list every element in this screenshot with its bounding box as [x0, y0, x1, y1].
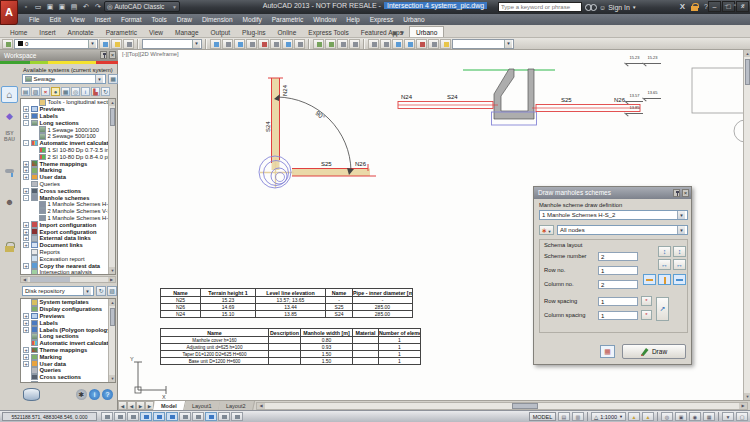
tree-item[interactable]: Queries: [21, 181, 115, 188]
tree-item[interactable]: + Theme mappings: [21, 160, 115, 167]
scroll-thumb[interactable]: [110, 308, 115, 326]
ribbon-tab[interactable]: View: [143, 27, 169, 37]
ribbon-tab[interactable]: Express Tools: [302, 27, 354, 37]
scroll-up-icon[interactable]: ▲: [109, 99, 116, 106]
ribbon-tab[interactable]: Annotate: [62, 27, 100, 37]
annotation-scale-select[interactable]: △ 1:1000 ▼: [591, 412, 626, 421]
field-input[interactable]: 1: [598, 297, 638, 306]
expand-toggle[interactable]: +: [23, 161, 29, 167]
system-select[interactable]: Sewage ▼: [22, 74, 106, 84]
scroll-down-icon[interactable]: ▼: [744, 393, 750, 400]
distribute-horizontal-icon[interactable]: ↔: [658, 259, 671, 270]
expand-toggle[interactable]: +: [23, 327, 29, 333]
tree-item[interactable]: + Copy the nearest data: [21, 262, 115, 269]
tree-item[interactable]: 1 SI 10-80 Dp 0.7-3.5 invert or: [21, 147, 115, 154]
expand-toggle[interactable]: +: [23, 188, 29, 194]
expand-toggle[interactable]: +: [23, 222, 29, 228]
distribute-vertical-icon[interactable]: ↕: [658, 246, 671, 257]
expand-toggle[interactable]: +: [23, 242, 29, 248]
new-item-icon[interactable]: ▤: [21, 87, 30, 96]
keys-icon[interactable]: [1, 239, 18, 256]
align-right-icon[interactable]: [673, 274, 686, 285]
close-icon[interactable]: ×: [109, 51, 116, 59]
expand-toggle[interactable]: -: [23, 195, 29, 201]
ribbon-tab[interactable]: Insert: [33, 27, 61, 37]
expand-toggle[interactable]: +: [23, 361, 29, 367]
menu-item[interactable]: Format: [116, 16, 147, 23]
first-tab-icon[interactable]: ◀: [118, 401, 127, 410]
isolate-objects-icon[interactable]: ◉: [689, 412, 701, 421]
viewport-controls-label[interactable]: [-][Top][2D Wireframe]: [122, 51, 179, 57]
tab-model[interactable]: Model: [153, 401, 186, 411]
rotate-icon[interactable]: [270, 39, 281, 49]
zoom-extents-icon[interactable]: [325, 39, 336, 49]
edit-item-icon[interactable]: ▨: [31, 87, 40, 96]
tree-item[interactable]: Automatic invert calculation: [21, 340, 115, 347]
menu-item[interactable]: Insert: [90, 16, 116, 23]
scroll-right-icon[interactable]: ▶: [739, 403, 747, 409]
polar-toggle[interactable]: [153, 412, 165, 421]
tree-item[interactable]: + Labels: [21, 113, 115, 120]
redo-icon[interactable]: ↷: [93, 2, 103, 11]
scroll-right-icon[interactable]: ▶: [108, 277, 115, 282]
tree-item[interactable]: + Document links: [21, 242, 115, 249]
hardware-acceleration-icon[interactable]: ▦: [703, 412, 715, 421]
quick-view-layouts-icon[interactable]: ▤: [558, 412, 570, 421]
snap-toggle[interactable]: [114, 412, 126, 421]
align-center-icon[interactable]: [658, 274, 671, 285]
menu-item[interactable]: Window: [308, 16, 341, 23]
layer-previous-icon[interactable]: [99, 39, 110, 49]
exchange-apps-icon[interactable]: X: [680, 2, 685, 11]
grid-toggle[interactable]: [127, 412, 139, 421]
undo-icon[interactable]: ↶: [81, 2, 91, 11]
save-icon[interactable]: ▣: [45, 2, 55, 11]
tree-item[interactable]: + User data: [21, 174, 115, 181]
home-icon[interactable]: ⌂: [1, 86, 18, 103]
quick-view-drawings-icon[interactable]: ▥: [572, 412, 584, 421]
expand-toggle[interactable]: +: [23, 347, 29, 353]
bulb-icon[interactable]: ●: [51, 87, 60, 96]
menu-item[interactable]: File: [24, 16, 44, 23]
menu-item[interactable]: Dimension: [197, 16, 238, 23]
tree-item[interactable]: + Previews: [21, 313, 115, 320]
repo-refresh-button[interactable]: ↻: [96, 286, 106, 296]
plot-icon[interactable]: ▤: [69, 2, 79, 11]
tree-item[interactable]: Excavation report: [21, 255, 115, 262]
repository-select[interactable]: Disk repository ▼: [22, 286, 94, 296]
scroll-up-icon[interactable]: ▲: [109, 299, 116, 306]
match-properties-icon[interactable]: [428, 39, 439, 49]
gem-icon[interactable]: ◆: [1, 108, 18, 125]
expand-toggle[interactable]: -: [23, 140, 29, 146]
tree-item[interactable]: + Marking: [21, 167, 115, 174]
info-icon[interactable]: i: [89, 389, 100, 400]
expand-toggle[interactable]: +: [23, 235, 29, 241]
tree-vertical-scrollbar[interactable]: ▲ ▼: [108, 299, 115, 382]
clean-screen-icon[interactable]: ▢: [736, 412, 748, 421]
scroll-left-icon[interactable]: ◀: [21, 277, 28, 282]
ortho-toggle[interactable]: [140, 412, 152, 421]
status-menu-icon[interactable]: ▼: [722, 412, 734, 421]
pin-icon[interactable]: [100, 51, 107, 59]
mirror-icon[interactable]: [222, 39, 233, 49]
database-icon[interactable]: [23, 388, 40, 401]
scroll-down-icon[interactable]: ▼: [109, 267, 116, 274]
lock-icon[interactable]: [691, 3, 698, 11]
pan-icon[interactable]: [337, 39, 348, 49]
move-icon[interactable]: [258, 39, 269, 49]
help-icon[interactable]: ?: [102, 389, 113, 400]
scale-icon[interactable]: [282, 39, 293, 49]
refresh-icon[interactable]: ↻: [101, 87, 110, 96]
faucet-icon[interactable]: [1, 164, 18, 181]
system-manager-button[interactable]: ▦: [108, 74, 118, 84]
tree-item[interactable]: 2 SI 10-80 Dp 0.8-4.0 pipe: [21, 153, 115, 160]
new-file-icon[interactable]: ▫: [21, 2, 31, 11]
tree-item[interactable]: 2 Manhole Schemes V-S: [21, 208, 115, 215]
draworder-front-icon[interactable]: [368, 39, 379, 49]
trim-icon[interactable]: [294, 39, 305, 49]
settings-gears-icon[interactable]: ✱: [76, 389, 87, 400]
color-combo[interactable]: ▼: [142, 39, 202, 49]
zoom-window-icon[interactable]: [313, 39, 324, 49]
tree-item[interactable]: + Marking: [21, 353, 115, 360]
expand-toggle[interactable]: +: [23, 167, 29, 173]
menu-item[interactable]: Express: [365, 16, 398, 23]
